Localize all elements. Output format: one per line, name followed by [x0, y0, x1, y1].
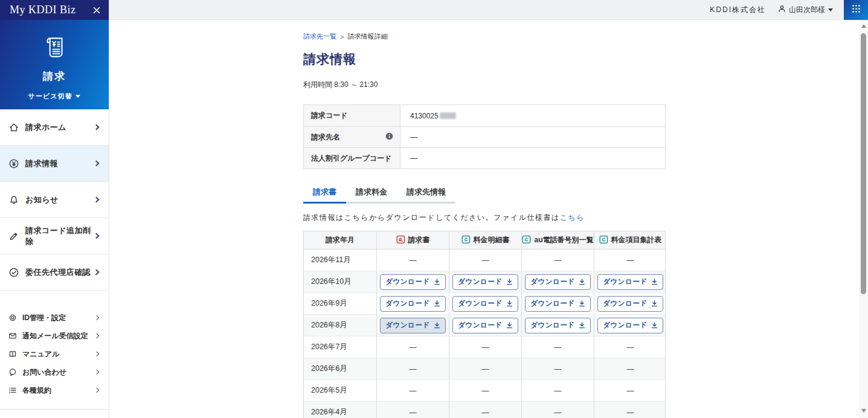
- table-row: 2026年11月 — — — —: [304, 249, 665, 271]
- download-arrow-icon: [434, 322, 440, 329]
- download-button[interactable]: ダウンロード: [380, 274, 445, 290]
- chevron-right-icon: [94, 333, 99, 338]
- sidebar-item-billing-home[interactable]: 請求ホーム: [0, 109, 109, 146]
- sidebar-item-label: ID管理・設定: [22, 313, 95, 323]
- sidebar-item-billing-code-add-delete[interactable]: 請求コード追加削除: [0, 218, 109, 254]
- sidebar-item-label: 請求情報: [25, 158, 94, 169]
- info-row-billing-name: 請求先名 —: [304, 126, 665, 147]
- bell-icon: [8, 195, 19, 205]
- table-row: 2026年8月 ダウンロード ダウンロード ダウンロード ダウンロード: [304, 315, 665, 336]
- sidebar-item-label: お知らせ: [25, 195, 94, 205]
- tab-billing-address-info[interactable]: 請求先情報: [397, 184, 455, 202]
- download-arrow-icon: [506, 300, 513, 307]
- billing-info-table: 請求コード 4130025 請求先名 — 法: [303, 104, 666, 169]
- mail-icon: [8, 332, 17, 340]
- info-label: 請求コード: [311, 111, 348, 121]
- user-menu[interactable]: 山田次郎様: [778, 5, 833, 15]
- service-title: 請求: [43, 69, 66, 83]
- empty-cell: —: [376, 249, 449, 271]
- chevron-right-icon: [94, 124, 100, 130]
- empty-cell: —: [376, 402, 449, 418]
- sidebar-item-mail-settings[interactable]: 通知メール受信設定: [0, 327, 109, 345]
- download-button[interactable]: ダウンロード: [597, 296, 663, 312]
- csv-file-icon: [461, 235, 471, 246]
- download-arrow-icon: [434, 300, 440, 307]
- grid-icon: [851, 4, 861, 16]
- column-header-au-phone-list: au電話番号別一覧: [521, 231, 594, 249]
- download-button[interactable]: ダウンロード: [380, 296, 445, 312]
- scrollbar-down-arrow-icon[interactable]: [861, 409, 866, 413]
- download-button[interactable]: ダウンロード: [380, 318, 445, 333]
- home-icon: [8, 122, 19, 133]
- download-button[interactable]: ダウンロード: [452, 318, 518, 333]
- download-button-label: ダウンロード: [530, 277, 574, 286]
- empty-cell: —: [449, 358, 521, 379]
- sidebar-main-nav: 請求ホーム 請求情報 お知らせ 請求コー: [0, 109, 109, 291]
- billing-code-value: 4130025: [410, 112, 439, 120]
- empty-cell: —: [521, 380, 594, 401]
- tab-billing-charges[interactable]: 請求料金: [346, 184, 397, 202]
- info-label: 法人割引グループコード: [311, 153, 391, 164]
- download-button[interactable]: ダウンロード: [597, 274, 663, 290]
- table-row: 2026年9月 ダウンロード ダウンロード ダウンロード ダウンロード: [304, 293, 665, 315]
- breadcrumb-link-billing-list[interactable]: 請求先一覧: [303, 32, 336, 41]
- person-icon: [778, 5, 786, 14]
- book-icon: [8, 350, 17, 358]
- download-button-label: ダウンロード: [603, 321, 647, 330]
- scrollbar-thumb[interactable]: [861, 33, 866, 294]
- download-button-label: ダウンロード: [385, 277, 429, 286]
- download-button-label: ダウンロード: [530, 299, 574, 308]
- month-cell: 2026年7月: [304, 336, 376, 358]
- download-button[interactable]: ダウンロード: [525, 318, 590, 333]
- sidebar-item-label: 通知メール受信設定: [22, 331, 95, 341]
- app-grid-button[interactable]: [844, 0, 868, 20]
- spec-document-link[interactable]: こちら: [560, 213, 585, 222]
- chevron-right-icon: [94, 161, 100, 167]
- sidebar-divider: [0, 409, 109, 410]
- download-button[interactable]: ダウンロード: [525, 274, 590, 290]
- sidebar-item-terms[interactable]: 各種規約: [0, 381, 109, 399]
- tab-invoice[interactable]: 請求書: [303, 184, 346, 204]
- empty-cell: —: [449, 336, 521, 358]
- month-cell: 2026年6月: [304, 358, 376, 379]
- sidebar-item-label: マニュアル: [22, 349, 95, 359]
- empty-cell: —: [449, 380, 521, 401]
- download-button[interactable]: ダウンロード: [597, 318, 663, 333]
- download-button-label: ダウンロード: [458, 321, 502, 330]
- tab-bar: 請求書 請求料金 請求先情報: [303, 184, 455, 204]
- column-header-charge-item-summary: 料金項目集計表: [594, 231, 666, 249]
- sidebar-item-contact[interactable]: お問い合わせ: [0, 363, 109, 381]
- csv-file-icon: [599, 235, 608, 246]
- download-button-label: ダウンロード: [385, 321, 429, 330]
- sidebar-item-label: お問い合わせ: [22, 367, 95, 378]
- chevron-right-icon: [94, 352, 99, 356]
- service-switcher[interactable]: サービス切替: [28, 92, 81, 101]
- breadcrumb: 請求先一覧 > 請求情報詳細: [303, 32, 666, 41]
- download-arrow-icon: [579, 322, 585, 329]
- empty-cell: —: [449, 249, 521, 271]
- sidebar-item-billing-info[interactable]: 請求情報: [0, 146, 109, 182]
- close-icon[interactable]: [92, 6, 101, 14]
- sidebar-item-label: 請求ホーム: [25, 122, 94, 133]
- sidebar-item-label: 請求コード追加削除: [25, 225, 94, 247]
- empty-cell: —: [376, 358, 449, 379]
- month-cell: 2026年4月: [304, 402, 376, 418]
- caret-down-icon: [76, 95, 80, 98]
- download-button[interactable]: ダウンロード: [452, 274, 518, 290]
- info-icon[interactable]: [385, 132, 393, 142]
- download-button[interactable]: ダウンロード: [452, 296, 518, 312]
- sidebar-item-agency-confirmation[interactable]: 委任先代理店確認: [0, 254, 109, 291]
- chevron-right-icon: [94, 197, 100, 203]
- empty-cell: —: [376, 336, 449, 358]
- sidebar-item-label: 委任先代理店確認: [25, 267, 94, 278]
- sidebar-item-notices[interactable]: お知らせ: [0, 182, 109, 218]
- sidebar-item-id-settings[interactable]: ID管理・設定: [0, 309, 109, 327]
- chevron-right-icon: [94, 388, 99, 393]
- app-window: My KDDI Biz 請求 サービス切替: [0, 0, 868, 418]
- scrollbar-up-arrow-icon[interactable]: [861, 24, 866, 28]
- sidebar-item-manual[interactable]: マニュアル: [0, 345, 109, 363]
- column-header-invoice: 請求書: [376, 231, 449, 249]
- download-button[interactable]: ダウンロード: [525, 296, 590, 312]
- column-header-label: 請求書: [408, 235, 430, 245]
- invoice-receipt-icon: [40, 33, 69, 65]
